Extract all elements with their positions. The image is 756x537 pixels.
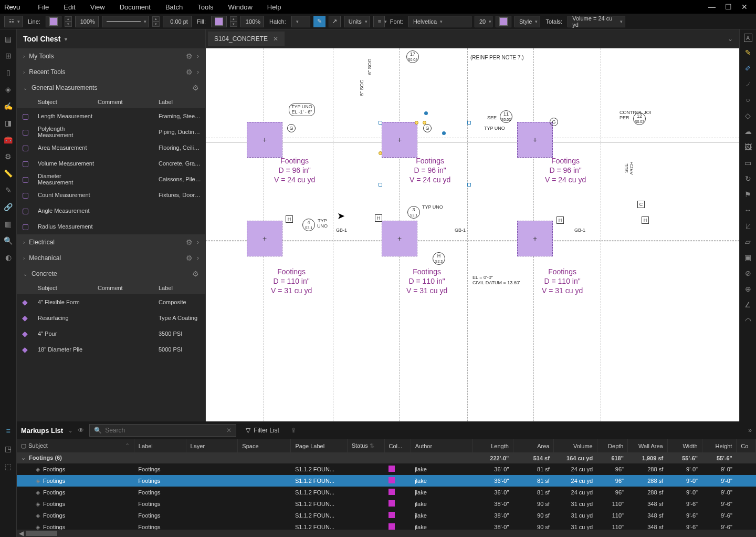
hide-markups-icon[interactable]: 👁 — [78, 427, 84, 434]
menu-edit[interactable]: Edit — [56, 3, 82, 11]
table-row[interactable]: ◈FootingsFootingsS1.1.2 FOUN...jlake36'-… — [17, 487, 756, 498]
section-concrete[interactable]: ⌄Concrete⚙ — [17, 266, 205, 282]
fill-pct-spinner[interactable]: ▴▾ — [230, 16, 237, 27]
flag-tool-icon[interactable]: ⚑ — [743, 189, 753, 200]
measure-radius-icon[interactable]: ◠ — [743, 315, 753, 326]
search-icon[interactable]: 🔍 — [3, 235, 14, 246]
tool-chest-row[interactable]: ◆4" Flexible FormComposite — [17, 294, 205, 310]
measure-length-icon[interactable]: ↔ — [743, 205, 753, 215]
align-dropdown[interactable]: ≡ — [373, 16, 385, 27]
filter-list-button[interactable]: ▽ Filter List — [246, 427, 279, 434]
measure-area-icon[interactable]: ▱ — [743, 236, 753, 247]
horizontal-scrollbar[interactable]: ◀ — [17, 530, 756, 537]
menu-view[interactable]: View — [83, 3, 112, 11]
tool-chest-row[interactable]: ▢Area MeasurementFlooring, Ceiling, Glaz… — [17, 140, 205, 156]
image-tool-icon[interactable]: 🖼 — [743, 142, 753, 152]
section-electrical[interactable]: ›Electrical⚙› — [17, 234, 205, 250]
table-group-row[interactable]: ⌄Footings (6)222'-0"514 sf164 cu yd618"1… — [17, 452, 756, 463]
chevron-down-icon[interactable]: ⌄ — [68, 428, 72, 433]
line-pct-spinner[interactable]: ▴▾ — [65, 16, 72, 27]
expand-icon[interactable]: » — [748, 427, 752, 434]
properties-icon[interactable]: ⚙ — [3, 151, 14, 162]
menu-batch[interactable]: Batch — [158, 3, 190, 11]
measure-angle-icon[interactable]: ∠ — [743, 300, 753, 310]
3d-icon[interactable]: ◳ — [3, 443, 14, 454]
tool-chest-row[interactable]: ▢Diameter MeasurementCaissons, Piles, Co… — [17, 171, 205, 187]
hatch-dropdown[interactable] — [291, 16, 310, 27]
table-row[interactable]: ◈FootingsFootingsS1.1.2 FOUN...jlake38'-… — [17, 521, 756, 530]
close-icon[interactable]: ✕ — [273, 35, 278, 43]
font-color-swatch[interactable] — [496, 16, 511, 27]
fill-pct-input[interactable] — [240, 16, 264, 27]
tool-chest-row[interactable]: ▢Angle Measurement — [17, 203, 205, 219]
layers-icon[interactable]: ◈ — [3, 84, 14, 95]
thumbnails-icon[interactable]: ⊞ — [3, 50, 14, 61]
tab-expand-icon[interactable]: ⌄ — [728, 35, 733, 43]
style-dropdown[interactable]: Style — [514, 16, 540, 27]
highlight-tool-icon[interactable]: ✎ — [743, 47, 753, 58]
section-recent-tools[interactable]: ›Recent Tools⚙› — [17, 64, 205, 80]
quantity-icon[interactable]: ⬚ — [3, 461, 14, 472]
gear-icon[interactable]: ⚙ — [192, 270, 199, 278]
gear-icon[interactable]: ⚙ — [186, 52, 193, 60]
profile-dropdown[interactable]: ☷ — [4, 16, 23, 27]
caption-icon[interactable]: ↗ — [329, 16, 341, 27]
section-mechanical[interactable]: ›Mechanical⚙› — [17, 250, 205, 266]
footing-markup[interactable] — [517, 122, 553, 158]
measure-volume-icon[interactable]: ▣ — [743, 252, 753, 263]
table-row[interactable]: ◈FootingsFootingsS1.1.2 FOUN...jlake36'-… — [17, 463, 756, 475]
highlight-icon[interactable]: ✎ — [313, 16, 326, 27]
markups-list-icon[interactable]: ≡ — [3, 426, 14, 436]
export-icon[interactable]: ⇪ — [291, 427, 296, 434]
signatures-icon[interactable]: ✍ — [3, 101, 14, 111]
measure-diameter-icon[interactable]: ⊘ — [743, 268, 753, 278]
footing-markup[interactable] — [382, 221, 417, 256]
tool-chest-title[interactable]: Tool Chest — [17, 29, 205, 48]
totals-dropdown[interactable]: Volume = 24 cu yd — [568, 16, 625, 27]
font-dropdown[interactable]: Helvetica — [408, 16, 471, 27]
pen-tool-icon[interactable]: ✐ — [743, 63, 753, 74]
rotate-handle[interactable] — [424, 111, 428, 115]
tool-chest-row[interactable]: ▢Radius Measurement — [17, 219, 205, 234]
table-header-row[interactable]: ▢Subject⌃ Label Layer Space Page Label S… — [17, 439, 756, 452]
line-tool-icon[interactable]: ⟋ — [743, 79, 753, 89]
line-color-swatch[interactable] — [46, 16, 61, 27]
markups-title[interactable]: Markups List — [21, 427, 63, 435]
search-panel-icon[interactable]: ◨ — [3, 118, 14, 128]
gear-icon[interactable]: ⚙ — [186, 68, 193, 76]
table-row[interactable]: ◈FootingsFootingsS1.1.2 FOUN...jlake36'-… — [17, 475, 756, 487]
tool-chest-row[interactable]: ▢Length MeasurementFraming, Steel, Grid … — [17, 108, 205, 124]
file-access-icon[interactable]: ▤ — [3, 34, 14, 44]
measurements-icon[interactable]: 📏 — [3, 168, 14, 179]
font-size-dropdown[interactable]: 20 — [475, 16, 492, 27]
footing-markup[interactable] — [517, 221, 553, 256]
rect-tool-icon[interactable]: ▭ — [743, 158, 753, 168]
menu-window[interactable]: Window — [221, 3, 260, 11]
rotate-tool-icon[interactable]: ↻ — [743, 173, 753, 184]
callout-tool-icon[interactable]: ◇ — [743, 110, 753, 121]
units-dropdown[interactable]: Units — [344, 16, 370, 27]
gear-icon[interactable]: ⚙ — [186, 238, 193, 246]
tool-chest-row[interactable]: ▢Count MeasurementFixtures, Doors, Wind.… — [17, 187, 205, 203]
search-input[interactable] — [105, 427, 223, 434]
footing-markup-selected[interactable] — [382, 122, 417, 158]
handle[interactable] — [442, 131, 446, 135]
footing-markup[interactable] — [247, 122, 282, 158]
text-tool-icon[interactable]: A — [744, 34, 752, 42]
menu-document[interactable]: Document — [112, 3, 158, 11]
measure-poly-icon[interactable]: ⟀ — [743, 221, 753, 231]
section-my-tools[interactable]: ›My Tools⚙› — [17, 48, 205, 64]
cloud-tool-icon[interactable]: ☁ — [743, 126, 753, 137]
arrow-tool-icon[interactable]: ○ — [743, 95, 753, 105]
tool-chest-row[interactable]: ◆ResurfacingType A Coating — [17, 310, 205, 326]
minimize-button[interactable]: — — [708, 3, 716, 11]
table-row[interactable]: ◈FootingsFootingsS1.1.2 FOUN...jlake38'-… — [17, 498, 756, 510]
table-row[interactable]: ◈FootingsFootingsS1.1.2 FOUN...jlake38'-… — [17, 510, 756, 521]
section-general[interactable]: ⌄General Measurements⚙ — [17, 80, 205, 96]
menu-help[interactable]: Help — [260, 3, 289, 11]
menu-tools[interactable]: Tools — [190, 3, 220, 11]
markups-search[interactable]: 🔍 ✕ — [89, 424, 236, 437]
tab-s104[interactable]: S104_CONCRETE ✕ — [208, 32, 285, 46]
tool-chest-row[interactable]: ◆4" Pour3500 PSI — [17, 326, 205, 342]
menu-file[interactable]: File — [30, 3, 56, 11]
